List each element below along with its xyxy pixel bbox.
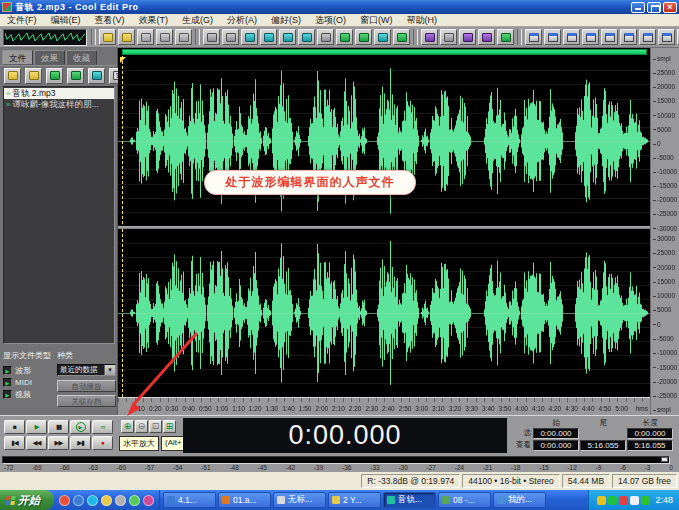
menu-item-6[interactable]: 分析(A) [220,14,264,27]
maximize-button[interactable] [647,2,661,13]
overview-bar[interactable] [118,48,650,56]
taskbar-task-2[interactable]: 01.a... [218,492,271,508]
show-level-meters-button[interactable] [658,29,675,45]
quick-launch-image-viewer-icon[interactable] [129,495,140,506]
menu-item-3[interactable]: 查看(V) [88,14,132,27]
waveform-left-channel[interactable] [118,56,650,226]
chevron-down-icon[interactable]: ▼ [104,365,115,375]
delete-selection-button[interactable] [317,29,334,45]
tray-volume-icon[interactable] [597,496,606,505]
file-type-checkbox-icon[interactable]: ▶ [3,366,12,375]
quick-launch-messenger-icon[interactable] [87,495,98,506]
open-append-button[interactable] [118,29,135,45]
show-cue-list-button[interactable] [544,29,561,45]
import-file-button[interactable] [46,68,63,84]
menu-item-9[interactable]: 窗口(W) [353,14,400,27]
convert-sample-type-button[interactable] [355,29,372,45]
start-button[interactable]: 开始 [0,490,54,510]
undo-button[interactable] [203,29,220,45]
file-type-waveform[interactable]: ▶波形 [3,364,53,376]
show-organizer-window-button[interactable] [525,29,542,45]
auto-play-button[interactable]: 自动播放 [57,380,116,392]
quick-launch-folder-icon[interactable] [101,495,112,506]
overview-range-indicator[interactable] [122,49,647,55]
tray-qq-icon[interactable] [641,496,650,505]
taskbar-task-4[interactable]: 2 Y... [328,492,381,508]
taskbar-task-3[interactable]: 无标... [273,492,326,508]
taskbar-task-1[interactable]: 4.1... [163,492,216,508]
file-type-checkbox-icon[interactable]: ▶ [3,378,12,387]
file-list-item[interactable]: »谭咏麟-像我这样的朋... [4,99,114,110]
taskbar-task-7[interactable]: 我的... [493,492,546,508]
organizer-tab-1[interactable]: 文件 [2,50,33,65]
timeline-ruler[interactable]: 0:100:200:300:400:501:001:101:201:301:40… [118,397,650,415]
archive-link-button[interactable]: 关联存档 [57,395,116,407]
quick-launch-internet-icon[interactable] [59,495,70,506]
save-button[interactable] [137,29,154,45]
loop-button[interactable]: ∞ [92,420,113,434]
menu-item-4[interactable]: 效果(T) [132,14,176,27]
zoom-to-selection-button[interactable]: ⊞ [163,420,176,433]
stop-button[interactable]: ■ [4,420,25,434]
quick-launch-media-player-icon[interactable] [73,495,84,506]
menu-item-7[interactable]: 偏好(S) [264,14,308,27]
quick-launch-editor-icon[interactable] [143,495,154,506]
show-play-list-button[interactable] [563,29,580,45]
file-type-checkbox-icon[interactable]: ▶ [3,390,12,399]
scripts-button[interactable] [393,29,410,45]
time-display[interactable]: 0:00.000 [183,418,507,453]
organizer-tab-2[interactable]: 效果 [34,50,65,65]
mix-paste-button[interactable] [298,29,315,45]
trim-button[interactable] [336,29,353,45]
zoom-full-button[interactable]: ⊡ [149,420,162,433]
amplify-button[interactable] [459,29,476,45]
file-type-midi[interactable]: ▶MIDI [3,376,53,388]
file-type-video[interactable]: ▶视频 [3,388,53,400]
play-looped-button[interactable]: ▶ [70,420,91,434]
fast-forward-button[interactable]: ▶▶ [48,436,69,450]
open-file-button[interactable] [4,68,21,84]
open-folder-button[interactable] [25,68,42,84]
waveform-multitrack-toggle-button[interactable] [3,29,87,46]
play-button[interactable]: ▶ [26,420,47,434]
play-preview-button[interactable] [88,68,105,84]
go-to-end-button[interactable]: ▶▮ [70,436,91,450]
zoom-out-horizontal-button[interactable]: ⊖ [135,420,148,433]
tray-antivirus-icon[interactable] [619,496,628,505]
tray-network-icon[interactable] [630,496,639,505]
menu-item-1[interactable]: 文件(F) [0,14,44,27]
menu-item-10[interactable]: 帮助(H) [400,14,445,27]
minimize-button[interactable] [631,2,645,13]
rewind-button[interactable]: ◀◀ [26,436,47,450]
noise-reduction-button[interactable] [497,29,514,45]
redo-button[interactable] [222,29,239,45]
taskbar-clock[interactable]: 2:48 [655,495,673,505]
cue-marker-icon[interactable] [120,57,126,63]
show-transport-controls-button[interactable] [582,29,599,45]
menu-item-8[interactable]: 选项(O) [308,14,353,27]
menu-item-5[interactable]: 生成(G) [175,14,220,27]
envelope-button[interactable] [478,29,495,45]
normalize-button[interactable] [440,29,457,45]
waveform-right-channel[interactable] [118,229,650,397]
taskbar-task-5[interactable]: 音轨... [383,492,436,508]
tray-messenger-icon[interactable] [608,496,617,505]
zoom-in-horizontal-button[interactable]: ⊕ [121,420,134,433]
organizer-tab-3[interactable]: 收藏 [66,50,97,65]
go-to-start-button[interactable]: ▮◀ [4,436,25,450]
quick-launch-show-desktop-icon[interactable] [115,495,126,506]
insert-into-multitrack-button[interactable] [67,68,84,84]
cut-button[interactable] [241,29,258,45]
save-as-button[interactable] [156,29,173,45]
playback-level-meter[interactable] [2,456,670,464]
copy-button[interactable] [260,29,277,45]
amplitude-ruler[interactable]: smpl2500020000150001000050000-5000-10000… [650,48,679,415]
paste-button[interactable] [279,29,296,45]
delete-silence-button[interactable] [421,29,438,45]
insert-to-multitrack-button[interactable] [374,29,391,45]
close-button[interactable] [663,2,677,13]
pause-button[interactable]: ▮▮ [48,420,69,434]
taskbar-task-6[interactable]: 08 -... [438,492,491,508]
menu-item-2[interactable]: 编辑(E) [44,14,88,27]
meter-handle[interactable] [661,457,668,462]
